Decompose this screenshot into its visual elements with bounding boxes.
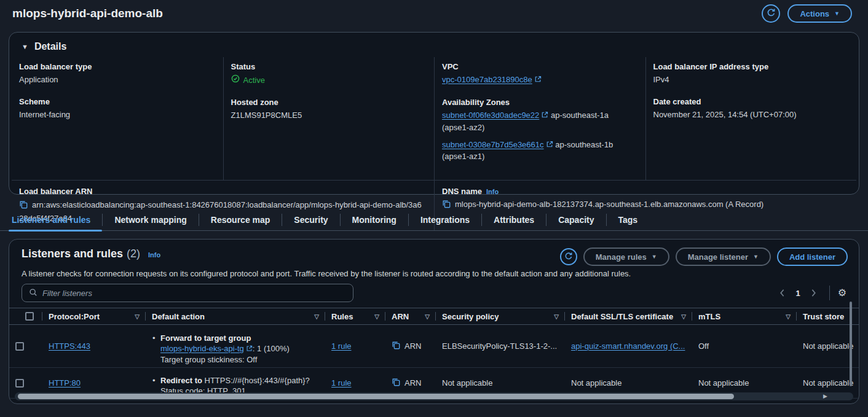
tab-capacity[interactable]: Capacity	[546, 209, 606, 230]
rules-link[interactable]: 1 rule	[331, 378, 352, 388]
subnet-link-2[interactable]: subnet-0308e7b7d5e3e661c	[442, 140, 544, 149]
sort-icon[interactable]: ▽	[677, 313, 686, 320]
dns-label-text: DNS name	[442, 187, 482, 196]
copy-icon[interactable]	[392, 378, 400, 388]
column-header-rules[interactable]: Rules▽	[325, 308, 385, 324]
manage-listener-label: Manage listener	[688, 252, 748, 262]
external-link-icon	[534, 75, 542, 87]
tab-label: Network mapping	[114, 215, 186, 225]
tab-tags[interactable]: Tags	[607, 209, 650, 230]
listeners-title: Listeners and rules	[22, 247, 123, 260]
tab-label: Monitoring	[352, 215, 397, 225]
horizontal-scrollbar-thumb[interactable]	[18, 394, 734, 399]
add-listener-button[interactable]: Add listener	[777, 247, 848, 266]
listeners-count: (2)	[127, 247, 140, 260]
settings-gear-icon[interactable]: ⚙	[838, 288, 846, 298]
tab-label: Resource map	[211, 215, 270, 225]
details-panel: ▼ Details Load balancer type Application…	[9, 32, 859, 195]
details-title: Details	[34, 41, 66, 52]
certificate-link[interactable]: api-quiz-smart.nhandev.org (C...	[571, 341, 685, 351]
status-check-icon	[231, 74, 240, 87]
mtls-cell: Off	[692, 341, 797, 351]
select-all-checkbox[interactable]	[25, 312, 34, 321]
horizontal-scrollbar[interactable]: ▶	[15, 392, 853, 400]
external-link-icon	[246, 344, 253, 354]
column-label: Rules	[331, 312, 353, 321]
tab-network-mapping[interactable]: Network mapping	[103, 209, 198, 230]
add-listener-label: Add listener	[789, 252, 835, 262]
column-label: Security policy	[442, 312, 499, 321]
collapse-triangle-icon: ▼	[22, 43, 28, 50]
tab-label: Capacity	[558, 215, 594, 225]
manage-rules-button[interactable]: Manage rules ▼	[583, 247, 669, 266]
pagination-prev-button[interactable]	[775, 286, 789, 300]
refresh-button[interactable]	[762, 4, 780, 23]
column-label: Trust store	[803, 312, 844, 321]
lb-type-label: Load balancer type	[19, 62, 213, 71]
tab-listeners-and-rules[interactable]: Listeners and rules	[9, 209, 102, 230]
listeners-toolbar: Manage rules ▼ Manage listener ▼ Add lis…	[560, 247, 848, 266]
tab-resource-map[interactable]: Resource map	[199, 209, 282, 230]
sort-icon[interactable]: ▽	[131, 313, 140, 320]
copy-icon[interactable]	[392, 341, 400, 351]
pagination: 1 ⚙	[775, 286, 846, 300]
column-header-arn[interactable]: ARN▽	[385, 308, 436, 324]
sort-icon[interactable]: ▽	[782, 313, 791, 320]
listeners-refresh-button[interactable]	[560, 248, 577, 265]
status-label: Status	[231, 62, 425, 71]
scroll-right-arrow-icon[interactable]: ▶	[823, 393, 827, 399]
row-checkbox[interactable]	[15, 379, 24, 388]
sort-icon[interactable]: ▽	[421, 313, 430, 320]
protocol-link[interactable]: HTTP:80	[49, 378, 81, 388]
dns-info-link[interactable]: Info	[486, 188, 499, 195]
manage-listener-button[interactable]: Manage listener ▼	[676, 247, 771, 266]
date-created-value: November 21, 2025, 14:54 (UTC+07:00)	[653, 109, 847, 121]
vertical-scrollbar[interactable]	[850, 302, 852, 386]
action-title: Redirect to	[160, 376, 202, 385]
ip-type-value: IPv4	[653, 74, 847, 86]
row-checkbox[interactable]	[15, 342, 24, 351]
page-title: mlops-hybrid-api-demo-alb	[12, 7, 163, 20]
pagination-next-button[interactable]	[807, 286, 821, 300]
filter-listeners-input[interactable]	[42, 289, 346, 298]
protocol-link[interactable]: HTTPS:443	[49, 341, 90, 351]
action-detail: Target group stickiness: Off	[160, 355, 257, 364]
rules-link[interactable]: 1 rule	[331, 341, 352, 351]
sort-icon[interactable]: ▽	[310, 313, 319, 320]
tab-label: Listeners and rules	[12, 215, 90, 225]
action-suffix: : 1 (100%)	[253, 344, 290, 353]
listeners-info-link[interactable]: Info	[148, 251, 160, 259]
column-header-mtls[interactable]: mTLS▽	[692, 308, 797, 324]
filter-listeners-box	[22, 284, 353, 302]
details-col-3: VPC vpc-0109e7ab231890c8e Availability Z…	[434, 57, 645, 180]
manage-rules-label: Manage rules	[596, 252, 647, 262]
ip-type-label: Load balancer IP address type	[653, 62, 847, 71]
external-link-icon	[546, 140, 553, 152]
column-header-certificate[interactable]: Default SSL/TLS certificate▽	[565, 308, 692, 324]
tab-monitoring[interactable]: Monitoring	[341, 209, 408, 230]
tab-label: Tags	[618, 215, 638, 225]
column-header-default-action[interactable]: Default action▽	[146, 308, 325, 324]
column-header-security-policy[interactable]: Security policy▽	[436, 308, 565, 324]
subnet-link-1[interactable]: subnet-0f06fe3d0adec9e22	[442, 111, 539, 120]
tab-integrations[interactable]: Integrations	[409, 209, 481, 230]
tab-security[interactable]: Security	[282, 209, 339, 230]
actions-button-label: Actions	[800, 9, 829, 18]
actions-button[interactable]: Actions ▼	[787, 4, 852, 23]
lb-type-value: Application	[19, 74, 213, 86]
search-icon	[29, 288, 37, 298]
table-header-row: Protocol:Port▽ Default action▽ Rules▽ AR…	[9, 308, 859, 325]
column-header-protocol-port[interactable]: Protocol:Port▽	[42, 308, 146, 324]
chevron-down-icon: ▼	[834, 10, 840, 17]
column-label: mTLS	[698, 312, 720, 321]
sort-icon[interactable]: ▽	[550, 313, 559, 320]
chevron-down-icon: ▼	[652, 254, 657, 260]
date-created-label: Date created	[653, 97, 847, 106]
pagination-page-1[interactable]: 1	[792, 289, 803, 298]
target-group-link[interactable]: mlops-hybrid-eks-api-tg	[160, 344, 244, 353]
vpc-link[interactable]: vpc-0109e7ab231890c8e	[442, 75, 532, 84]
tab-attributes[interactable]: Attributes	[482, 209, 546, 230]
sort-icon[interactable]: ▽	[371, 313, 379, 320]
arn-label: Load balancer ARN	[19, 187, 424, 196]
details-section-toggle[interactable]: ▼ Details	[12, 39, 856, 57]
